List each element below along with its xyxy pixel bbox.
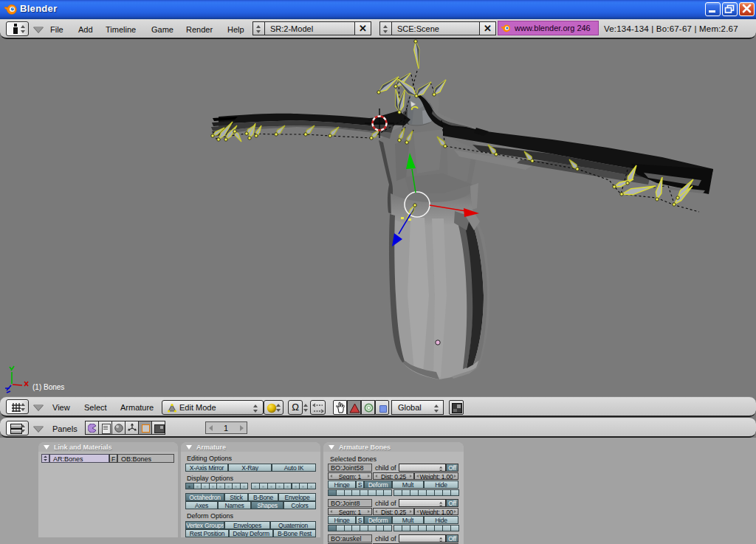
svg-text:(1) Bones: (1) Bones <box>32 383 64 391</box>
